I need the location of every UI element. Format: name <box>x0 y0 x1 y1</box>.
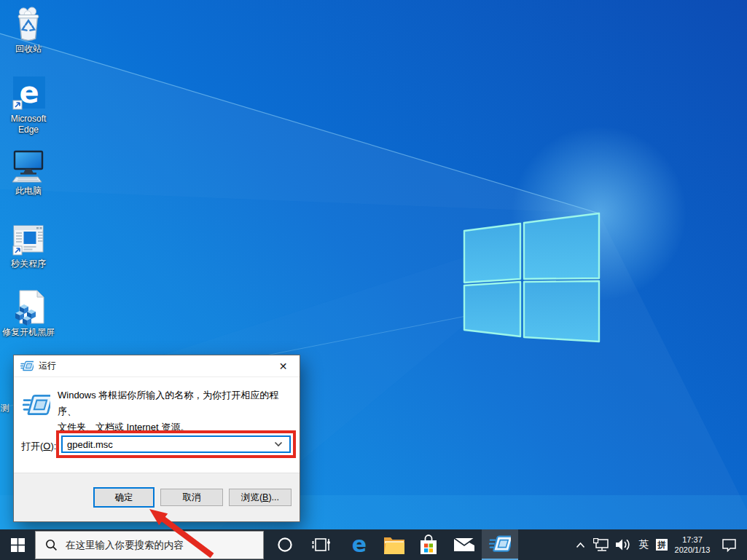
chevron-up-icon <box>576 542 585 548</box>
run-dialog-footer: 确定 取消 浏览(B)... <box>14 473 300 521</box>
clock-time: 17:37 <box>682 535 703 545</box>
desktop-icon-label: 此电脑 <box>0 186 57 197</box>
desktop-icon-this-pc[interactable]: 此电脑 <box>0 149 57 197</box>
run-dialog-titlebar[interactable]: 运行 <box>14 355 300 377</box>
annotation-red-rectangle: gpedit.msc <box>56 430 296 458</box>
taskbar: 在这里输入你要搜索的内容 e <box>0 529 747 560</box>
desktop-icon-registry-fix[interactable]: 修复开机黑屏 <box>0 289 57 338</box>
cortana-button[interactable] <box>267 529 302 560</box>
tray-clock[interactable]: 17:37 2020/1/13 <box>671 529 713 560</box>
action-center-icon <box>721 537 737 552</box>
close-icon[interactable]: ✕ <box>267 355 300 376</box>
desktop-icon-app-shortcut[interactable]: 秒关程序 <box>0 222 57 269</box>
mail-icon <box>453 536 475 553</box>
desktop-screen: 回收站 e Microsoft Edge 此电脑 <box>0 0 747 560</box>
clock-date: 2020/1/13 <box>675 545 711 555</box>
run-dialog: 运行 ✕ Windows 将根据你所输入的名称，为你打开相应的程序、 文件夹、文… <box>13 355 300 522</box>
cortana-icon <box>277 537 293 553</box>
ok-button[interactable]: 确定 <box>93 487 155 508</box>
task-view-icon <box>312 537 331 553</box>
desktop-icon-recycle-bin[interactable]: 回收站 <box>0 6 57 55</box>
desktop-icon-label: 修复开机黑屏 <box>0 327 57 338</box>
dialog-title: 运行 <box>39 360 56 372</box>
registry-file-icon <box>11 289 46 326</box>
speaker-icon <box>615 538 631 551</box>
windows-start-icon <box>11 538 25 552</box>
run-icon <box>489 535 511 554</box>
task-view-button[interactable] <box>304 529 339 560</box>
taskbar-mail-button[interactable] <box>447 529 482 560</box>
run-dialog-icon <box>23 393 50 418</box>
windows-logo <box>464 213 599 342</box>
search-icon <box>45 539 58 551</box>
tray-ime-language[interactable]: 英 <box>635 529 652 560</box>
edge-icon: e <box>348 534 370 556</box>
desktop-icon-label: 回收站 <box>0 44 57 55</box>
svg-text:e: e <box>19 76 39 109</box>
taskbar-file-explorer-button[interactable] <box>377 529 412 560</box>
svg-text:e: e <box>352 534 367 556</box>
desktop-icon-label: Microsoft Edge <box>0 114 57 135</box>
open-field-label: 打开(O): <box>21 440 56 453</box>
this-pc-icon <box>11 149 46 184</box>
taskbar-search-input[interactable]: 在这里输入你要搜索的内容 <box>35 531 264 559</box>
network-icon <box>593 538 609 552</box>
tray-show-hidden-icons[interactable] <box>573 529 587 560</box>
tray-ime-mode[interactable]: 拼 <box>654 529 670 560</box>
run-dialog-description: Windows 将根据你所输入的名称，为你打开相应的程序、 文件夹、文档或 In… <box>58 387 295 435</box>
run-command-combobox[interactable]: gpedit.msc <box>61 435 291 453</box>
run-command-value: gpedit.msc <box>63 439 113 450</box>
file-explorer-icon <box>383 535 405 554</box>
browse-button[interactable]: 浏览(B)... <box>229 489 292 506</box>
desktop-icon-microsoft-edge[interactable]: e Microsoft Edge <box>0 76 57 135</box>
ime-mode-badge: 拼 <box>656 539 668 551</box>
taskbar-store-button[interactable] <box>411 529 446 560</box>
cancel-button[interactable]: 取消 <box>160 489 223 506</box>
desktop-icon-label: 秒关程序 <box>0 259 57 269</box>
edge-icon: e <box>11 76 46 112</box>
search-placeholder: 在这里输入你要搜索的内容 <box>66 539 184 552</box>
taskbar-run-app-button-active[interactable] <box>482 529 518 560</box>
microsoft-store-icon <box>419 534 438 556</box>
run-icon <box>20 360 34 372</box>
app-window-icon <box>11 222 46 257</box>
tray-network-status[interactable] <box>591 529 611 560</box>
taskbar-edge-button[interactable]: e <box>342 529 377 560</box>
start-button[interactable] <box>0 529 35 560</box>
tray-volume[interactable] <box>613 529 633 560</box>
recycle-bin-icon <box>12 6 45 42</box>
chevron-down-icon[interactable] <box>274 441 283 447</box>
action-center-button[interactable] <box>718 529 740 560</box>
partial-desktop-icon-label: 测 <box>1 402 9 414</box>
